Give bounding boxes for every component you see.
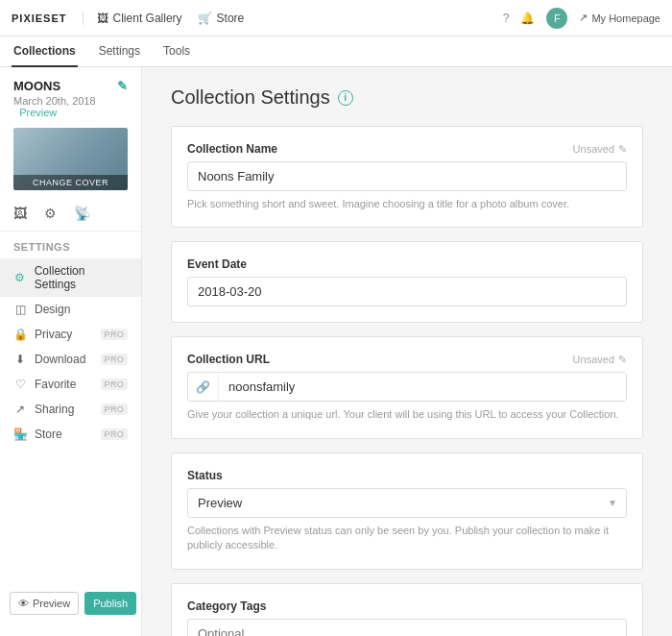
download-label: Download bbox=[35, 353, 85, 366]
favorite-label: Favorite bbox=[35, 378, 76, 391]
favorite-pro-badge: PRO bbox=[101, 379, 128, 390]
privacy-icon: 🔒 bbox=[13, 328, 27, 341]
subnav-tools[interactable]: Tools bbox=[161, 37, 192, 67]
subnav-collections[interactable]: Collections bbox=[12, 37, 78, 67]
status-label: Status bbox=[187, 469, 223, 482]
sidebar-item-privacy[interactable]: 🔒 Privacy PRO bbox=[0, 322, 141, 347]
collection-name-unsaved: Unsaved ✎ bbox=[573, 143, 627, 156]
sidebar-settings-title: Settings bbox=[0, 232, 141, 258]
sidebar-item-sharing[interactable]: ↗ Sharing PRO bbox=[0, 397, 141, 422]
collection-name-label: Collection Name bbox=[187, 142, 277, 156]
store-sidebar-label: Store bbox=[35, 428, 62, 441]
edit-icon[interactable]: ✎ bbox=[618, 143, 627, 156]
top-nav-right: ? 🔔 F ↗ My Homepage bbox=[503, 8, 660, 29]
sidebar-bottom: 👁 Preview Publish bbox=[0, 582, 141, 624]
sidebar-preview-link[interactable]: Preview bbox=[19, 107, 57, 118]
nav-client-gallery[interactable]: 🖼 Client Gallery bbox=[83, 12, 182, 25]
sidebar-date: March 20th, 2018 Preview bbox=[0, 95, 141, 128]
main-content: Collection Settings i Collection Name Un… bbox=[142, 67, 672, 636]
sidebar-item-favorite[interactable]: ♡ Favorite PRO bbox=[0, 372, 141, 397]
sharing-icon: ↗ bbox=[13, 403, 27, 416]
sharing-label: Sharing bbox=[35, 403, 74, 416]
download-icon: ⬇ bbox=[13, 353, 27, 366]
collection-name-input[interactable] bbox=[187, 161, 627, 191]
sidebar-item-store[interactable]: 🏪 Store PRO bbox=[0, 422, 141, 447]
gallery-icon: 🖼 bbox=[97, 12, 108, 25]
sidebar-top: MOONS ✎ March 20th, 2018 Preview CHANGE … bbox=[0, 79, 141, 447]
user-avatar[interactable]: F bbox=[546, 8, 567, 29]
category-tags-input[interactable] bbox=[187, 619, 627, 636]
status-select[interactable]: Preview Published Hidden bbox=[187, 488, 627, 518]
collection-url-label: Collection URL bbox=[187, 353, 270, 366]
download-pro-badge: PRO bbox=[101, 354, 128, 365]
settings-icon[interactable]: ⚙ bbox=[44, 206, 57, 221]
sidebar-cover: CHANGE COVER bbox=[13, 128, 128, 190]
nav-store[interactable]: 🛒 Store bbox=[198, 12, 245, 25]
category-tags-header: Category Tags bbox=[187, 599, 627, 613]
status-header: Status bbox=[187, 469, 627, 482]
link-icon: 🔗 bbox=[188, 374, 219, 401]
client-gallery-label: Client Gallery bbox=[113, 12, 182, 25]
sidebar-icon-row: 🖼 ⚙ 📡 bbox=[0, 200, 141, 232]
layout: MOONS ✎ March 20th, 2018 Preview CHANGE … bbox=[0, 67, 672, 636]
eye-icon: 👁 bbox=[18, 598, 29, 609]
event-date-label: Event Date bbox=[187, 257, 247, 271]
collection-url-section: Collection URL Unsaved ✎ 🔗 Give your col… bbox=[171, 336, 643, 438]
my-homepage-label: My Homepage bbox=[591, 12, 660, 24]
favorite-icon: ♡ bbox=[13, 378, 27, 391]
design-label: Design bbox=[35, 303, 70, 316]
page-title-row: Collection Settings i bbox=[171, 86, 643, 109]
collection-url-header: Collection URL Unsaved ✎ bbox=[187, 353, 627, 366]
collection-url-hint: Give your collection a unique url. Your … bbox=[187, 407, 627, 422]
privacy-pro-badge: PRO bbox=[101, 329, 128, 340]
my-homepage-link[interactable]: ↗ My Homepage bbox=[579, 12, 660, 24]
collection-settings-icon: ⚙ bbox=[13, 271, 27, 284]
collection-url-input[interactable] bbox=[219, 373, 626, 401]
sharing-pro-badge: PRO bbox=[101, 404, 128, 415]
collection-url-unsaved: Unsaved ✎ bbox=[573, 354, 627, 366]
top-nav: PIXIESET 🖼 Client Gallery 🛒 Store ? 🔔 F … bbox=[0, 0, 672, 37]
privacy-label: Privacy bbox=[35, 328, 72, 341]
publish-button[interactable]: Publish bbox=[84, 592, 136, 615]
sidebar: MOONS ✎ March 20th, 2018 Preview CHANGE … bbox=[0, 67, 142, 636]
preview-button[interactable]: 👁 Preview bbox=[10, 592, 79, 615]
edit-url-icon[interactable]: ✎ bbox=[618, 354, 627, 366]
subnav-settings[interactable]: Settings bbox=[97, 37, 142, 67]
help-icon[interactable]: ? bbox=[503, 12, 510, 25]
store-label: Store bbox=[217, 12, 245, 25]
sidebar-item-design[interactable]: ◫ Design bbox=[0, 297, 141, 322]
store-sidebar-icon: 🏪 bbox=[13, 428, 27, 441]
status-section: Status Preview Published Hidden ▼ Collec… bbox=[171, 453, 643, 570]
collection-name-hint: Pick something short and sweet. Imagine … bbox=[187, 197, 627, 211]
design-icon: ◫ bbox=[13, 303, 27, 316]
top-nav-left: PIXIESET 🖼 Client Gallery 🛒 Store bbox=[12, 12, 244, 25]
homepage-icon: ↗ bbox=[579, 12, 588, 24]
collection-name-header: Collection Name Unsaved ✎ bbox=[187, 142, 627, 156]
category-tags-label: Category Tags bbox=[187, 599, 266, 613]
edit-icon[interactable]: ✎ bbox=[117, 79, 128, 93]
status-hint: Collections with Preview status can only… bbox=[187, 524, 627, 553]
store-icon: 🛒 bbox=[198, 12, 212, 25]
change-cover-button[interactable]: CHANGE COVER bbox=[13, 175, 128, 190]
info-icon[interactable]: i bbox=[338, 90, 353, 106]
event-date-section: Event Date bbox=[171, 241, 643, 323]
event-date-header: Event Date bbox=[187, 257, 627, 271]
category-tags-section: Category Tags What kind of collection is… bbox=[171, 583, 643, 636]
sidebar-item-collection-settings[interactable]: ⚙ Collection Settings bbox=[0, 258, 141, 297]
url-input-wrapper: 🔗 bbox=[187, 372, 627, 402]
bell-icon[interactable]: 🔔 bbox=[520, 12, 535, 25]
image-icon[interactable]: 🖼 bbox=[13, 206, 27, 221]
store-pro-badge: PRO bbox=[101, 428, 128, 440]
rss-icon[interactable]: 📡 bbox=[74, 206, 90, 221]
collection-settings-label: Collection Settings bbox=[35, 264, 128, 291]
sidebar-item-download[interactable]: ⬇ Download PRO bbox=[0, 347, 141, 372]
logo: PIXIESET bbox=[12, 12, 67, 24]
status-select-wrapper: Preview Published Hidden ▼ bbox=[187, 488, 627, 518]
event-date-input[interactable] bbox=[187, 277, 627, 306]
sidebar-collection-name: MOONS ✎ bbox=[0, 79, 141, 95]
sub-nav: Collections Settings Tools bbox=[0, 37, 672, 67]
collection-name-section: Collection Name Unsaved ✎ Pick something… bbox=[171, 126, 643, 228]
page-title: Collection Settings bbox=[171, 86, 330, 109]
